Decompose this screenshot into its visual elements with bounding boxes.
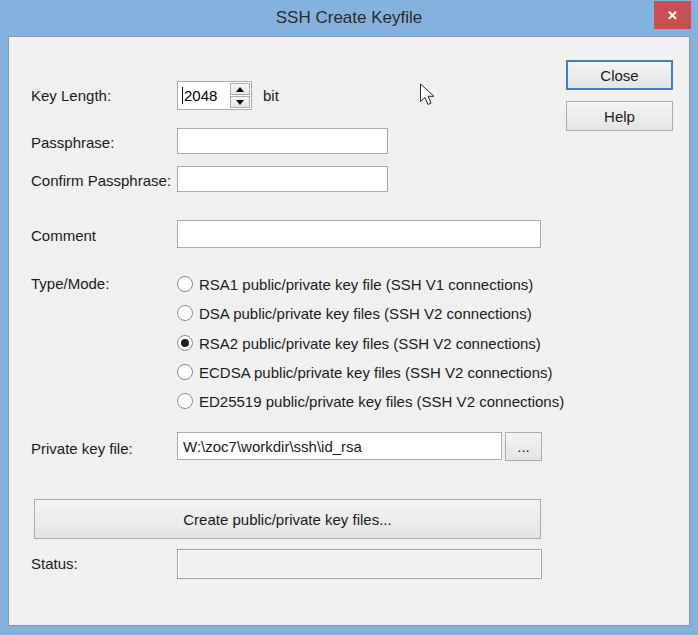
radio-button-icon[interactable] [177,364,193,380]
ssh-create-keyfile-dialog: SSH Create Keyfile ✕ Close Help Key Leng… [0,0,698,635]
confirm-passphrase-label: Confirm Passphrase: [31,172,171,189]
key-length-label: Key Length: [31,87,111,104]
browse-button[interactable]: ... [505,432,542,461]
private-key-file-label: Private key file: [31,440,133,457]
radio-button-icon[interactable] [177,276,193,292]
radio-option-ed25519[interactable]: ED25519 public/private key files (SSH V2… [177,391,564,411]
private-key-file-input[interactable] [177,432,502,460]
mouse-cursor-icon [419,83,435,106]
titlebar[interactable]: SSH Create Keyfile ✕ [0,0,698,36]
arrow-down-icon [236,100,244,105]
status-label: Status: [31,555,78,572]
arrow-up-icon [236,87,244,92]
radio-option-label: RSA1 public/private key file (SSH V1 con… [199,276,533,293]
type-mode-label: Type/Mode: [31,275,109,292]
comment-input[interactable] [177,220,541,248]
radio-option-label: RSA2 public/private key files (SSH V2 co… [199,335,541,352]
radio-button-icon[interactable] [177,305,193,321]
key-length-input[interactable] [178,82,230,109]
radio-option-ecdsa[interactable]: ECDSA public/private key files (SSH V2 c… [177,362,553,382]
key-length-spinner [177,81,252,110]
radio-option-rsa1[interactable]: RSA1 public/private key file (SSH V1 con… [177,274,533,294]
spinner-up-button[interactable] [230,83,250,95]
passphrase-label: Passphrase: [31,134,114,151]
radio-option-label: ED25519 public/private key files (SSH V2… [199,393,564,410]
close-button[interactable]: Close [566,60,673,90]
dialog-body: Close Help Key Length: bit Passphrase: C… [8,36,690,626]
close-icon: ✕ [667,8,678,23]
key-length-unit-label: bit [263,87,279,104]
radio-option-label: ECDSA public/private key files (SSH V2 c… [199,364,553,381]
radio-option-dsa[interactable]: DSA public/private key files (SSH V2 con… [177,303,532,323]
radio-option-label: DSA public/private key files (SSH V2 con… [199,305,532,322]
radio-option-rsa2[interactable]: RSA2 public/private key files (SSH V2 co… [177,333,541,353]
help-button[interactable]: Help [566,101,673,131]
confirm-passphrase-input[interactable] [177,166,388,192]
comment-label: Comment [31,227,96,244]
radio-button-icon[interactable] [177,393,193,409]
spinner-down-button[interactable] [230,96,250,108]
passphrase-input[interactable] [177,128,388,154]
window-title: SSH Create Keyfile [0,8,698,28]
window-close-button[interactable]: ✕ [654,1,691,29]
radio-button-icon[interactable] [177,335,193,351]
create-keyfiles-button[interactable]: Create public/private key files... [34,499,541,539]
status-field [177,549,542,579]
